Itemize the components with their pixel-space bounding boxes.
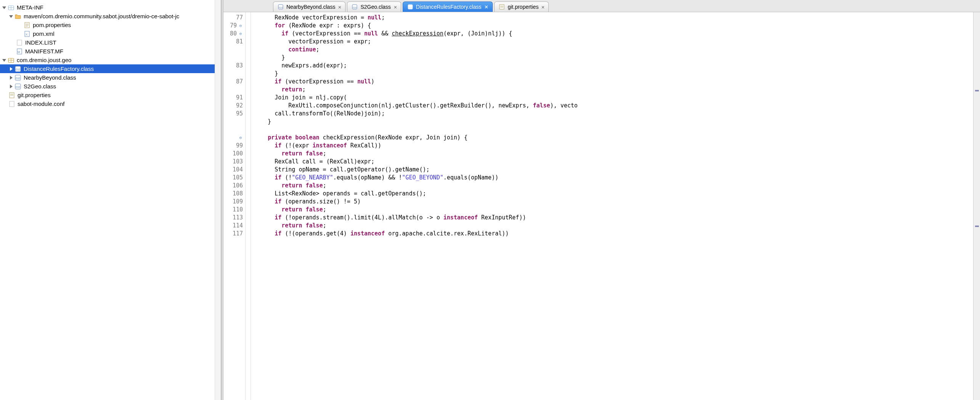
disclosure-open-icon[interactable]	[2, 58, 7, 63]
tree-label: MANIFEST.MF	[25, 48, 63, 54]
svg-marker-18	[10, 67, 13, 71]
tree-item-nearby-beyond[interactable]: 010 NearbyBeyond.class	[0, 73, 221, 82]
tree-label: sabot-module.conf	[18, 101, 64, 107]
tree-label: INDEX.LIST	[25, 39, 56, 46]
class-file-icon: 010	[351, 3, 358, 10]
tree-label: pom.properties	[33, 22, 71, 28]
svg-marker-24	[10, 85, 13, 88]
tab-s2geo[interactable]: 010 S2Geo.class ⨉	[347, 2, 401, 12]
folding-strip[interactable]	[246, 12, 251, 400]
tree-label: DistanceRulesFactory.class	[24, 66, 94, 72]
source-editor[interactable]: RexNode vectorExpression = null; for (Re…	[251, 12, 973, 400]
tree-item-pom-xml[interactable]: X pom.xml	[0, 29, 221, 38]
svg-rect-30	[10, 101, 14, 107]
svg-marker-0	[2, 6, 6, 9]
svg-text:010: 010	[279, 6, 283, 9]
tab-nearbybeyond[interactable]: 010 NearbyBeyond.class ⨉	[273, 2, 345, 12]
svg-text:X: X	[26, 33, 28, 36]
folder-open-icon	[14, 13, 21, 20]
tree-item-manifest[interactable]: M MANIFEST.MF	[0, 47, 221, 56]
fold-icon[interactable]: ⊖	[238, 32, 243, 36]
close-icon[interactable]: ⨉	[338, 4, 341, 10]
svg-marker-4	[9, 15, 13, 18]
package-icon	[8, 4, 14, 11]
editor-tabbar[interactable]: 010 NearbyBeyond.class ⨉ 010 S2Geo.class…	[223, 0, 980, 12]
tree-label: S2Geo.class	[24, 83, 56, 90]
tree-item-sabot-module[interactable]: sabot-module.conf	[0, 99, 221, 108]
project-explorer[interactable]: META-INF maven/com.dremio.community.sabo…	[0, 0, 221, 400]
tab-label: git.properties	[508, 4, 538, 10]
file-icon	[8, 101, 15, 107]
svg-rect-11	[17, 40, 22, 45]
package-icon	[8, 57, 14, 64]
tree-label: META-INF	[17, 4, 43, 11]
close-icon[interactable]: ✕	[484, 4, 488, 10]
editor-area: 010 NearbyBeyond.class ⨉ 010 S2Geo.class…	[223, 0, 980, 400]
tree-label: git.properties	[18, 92, 51, 98]
tab-label: S2Geo.class	[360, 4, 390, 10]
tab-label: DistanceRulesFactory.class	[416, 4, 482, 10]
class-file-icon: 010	[277, 3, 284, 10]
tree-item-s2geo[interactable]: 010 S2Geo.class	[0, 82, 221, 91]
tree-label: pom.xml	[33, 30, 55, 37]
disclosure-open-icon[interactable]	[2, 5, 7, 10]
svg-text:M: M	[18, 50, 20, 54]
disclosure-closed-icon[interactable]	[8, 75, 14, 80]
svg-text:010: 010	[16, 68, 20, 71]
fold-icon[interactable]: ⊖	[238, 24, 243, 28]
tab-gitproperties[interactable]: git.properties ⨉	[494, 2, 549, 12]
text-file-icon	[498, 3, 505, 10]
tree-item-index-list[interactable]: INDEX.LIST	[0, 38, 221, 47]
fold-icon[interactable]: ⊖	[238, 136, 243, 140]
tree-item-git-properties[interactable]: git.properties	[0, 91, 221, 99]
xml-file-icon: X	[24, 30, 31, 37]
disclosure-open-icon[interactable]	[8, 14, 14, 19]
tree-item-distance-rules[interactable]: 010 DistanceRulesFactory.class	[0, 64, 221, 73]
tree-label: NearbyBeyond.class	[24, 74, 76, 81]
tab-distancerulesfactory[interactable]: 010 DistanceRulesFactory.class ✕	[403, 2, 493, 12]
line-number-gutter[interactable]: 77 79⊖ 80⊖ 81 83 87 91 92 95 ⊖ 99 100 10…	[223, 12, 246, 400]
svg-text:010: 010	[408, 6, 413, 9]
sidebar-scrollbar[interactable]	[215, 0, 221, 400]
svg-text:010: 010	[353, 6, 357, 9]
manifest-file-icon: M	[16, 48, 23, 55]
file-icon	[16, 39, 23, 46]
text-file-icon	[24, 22, 31, 29]
tree-item-maven[interactable]: maven/com.dremio.community.sabot.joust/d…	[0, 12, 221, 21]
svg-rect-37	[500, 5, 504, 9]
close-icon[interactable]: ⨉	[394, 4, 397, 10]
class-file-icon: 010	[14, 83, 21, 90]
tree-item-package-geo[interactable]: com.dremio.joust.geo	[0, 56, 221, 64]
tree-item-pom-properties[interactable]: pom.properties	[0, 21, 221, 29]
editor-body: 77 79⊖ 80⊖ 81 83 87 91 92 95 ⊖ 99 100 10…	[223, 12, 980, 400]
svg-text:010: 010	[16, 86, 20, 88]
disclosure-closed-icon[interactable]	[8, 66, 14, 72]
svg-marker-14	[2, 59, 6, 62]
tree[interactable]: META-INF maven/com.dremio.community.sabo…	[0, 3, 221, 108]
class-file-icon: 010	[14, 74, 21, 81]
tree-item-meta-inf[interactable]: META-INF	[0, 3, 221, 12]
text-file-icon	[8, 92, 15, 99]
svg-marker-21	[10, 76, 13, 80]
tree-label: maven/com.dremio.community.sabot.joust/d…	[24, 13, 179, 19]
tab-label: NearbyBeyond.class	[286, 4, 335, 10]
class-file-icon: 010	[407, 3, 414, 10]
close-icon[interactable]: ⨉	[541, 4, 545, 10]
svg-text:010: 010	[16, 77, 20, 80]
overview-ruler[interactable]	[973, 12, 980, 400]
tree-label: com.dremio.joust.geo	[17, 57, 71, 63]
disclosure-closed-icon[interactable]	[8, 84, 14, 89]
class-file-icon: 010	[14, 66, 21, 72]
